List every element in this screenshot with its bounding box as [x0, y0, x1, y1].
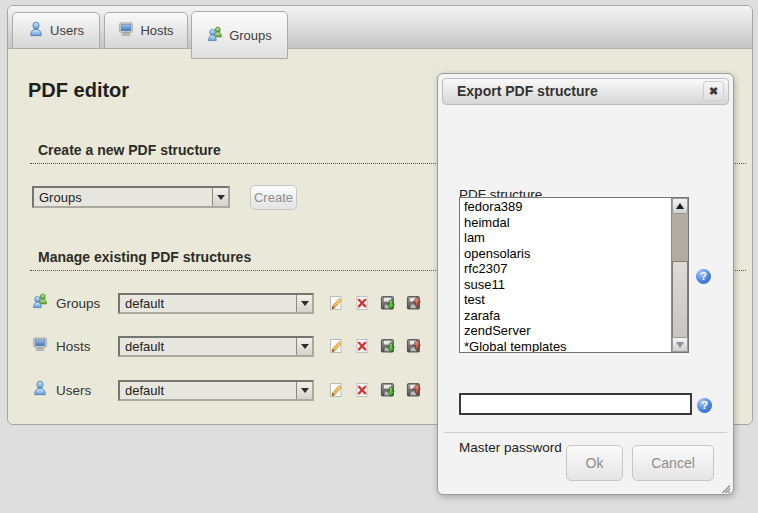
- import-icon[interactable]: [406, 382, 422, 398]
- edit-icon[interactable]: [328, 295, 344, 311]
- new-structure-type-select[interactable]: Groups: [32, 186, 230, 208]
- master-password-input[interactable]: [459, 393, 692, 415]
- dialog-title: Export PDF structure: [457, 79, 598, 104]
- tab-hosts-label: Hosts: [140, 23, 173, 38]
- host-icon: [118, 21, 134, 40]
- close-icon[interactable]: ✖: [703, 81, 724, 101]
- list-item[interactable]: opensolaris: [460, 246, 670, 262]
- tab-groups-label: Groups: [229, 28, 272, 43]
- list-item[interactable]: zendServer: [460, 323, 670, 339]
- scroll-up-icon[interactable]: [672, 198, 688, 214]
- tab-users[interactable]: Users: [12, 12, 100, 49]
- export-icon[interactable]: [380, 382, 396, 398]
- tab-groups[interactable]: Groups: [191, 11, 288, 59]
- new-structure-type-value: Groups: [34, 188, 212, 206]
- list-item[interactable]: suse11: [460, 277, 670, 293]
- list-item[interactable]: test: [460, 292, 670, 308]
- target-server-listbox[interactable]: fedora389 heimdal lam opensolaris rfc230…: [459, 197, 689, 353]
- groups-structure-value: default: [120, 295, 296, 312]
- edit-icon[interactable]: [328, 338, 344, 354]
- user-icon: [32, 380, 48, 400]
- dialog-divider: [444, 432, 727, 433]
- import-icon[interactable]: [406, 338, 422, 354]
- list-item[interactable]: *Global templates: [460, 339, 670, 354]
- export-icon[interactable]: [380, 338, 396, 354]
- tab-users-label: Users: [50, 23, 84, 38]
- listbox-scrollbar[interactable]: [671, 198, 688, 352]
- resize-handle-icon[interactable]: [719, 480, 731, 492]
- profile-list: fedora389 heimdal lam opensolaris rfc230…: [460, 199, 670, 353]
- scroll-down-icon[interactable]: [672, 337, 688, 352]
- chevron-down-icon[interactable]: [296, 382, 312, 399]
- help-icon[interactable]: ?: [696, 269, 711, 284]
- chevron-down-icon[interactable]: [212, 188, 228, 206]
- chevron-down-icon[interactable]: [296, 295, 312, 312]
- tab-hosts[interactable]: Hosts: [104, 12, 188, 49]
- groups-structure-select[interactable]: default: [118, 293, 314, 314]
- user-icon: [28, 21, 44, 40]
- list-item[interactable]: lam: [460, 230, 670, 246]
- delete-icon[interactable]: [354, 295, 370, 311]
- export-pdf-structure-dialog: Export PDF structure ✖ PDF structure def…: [437, 73, 734, 495]
- list-item[interactable]: zarafa: [460, 308, 670, 324]
- scrollbar-thumb[interactable]: [672, 261, 688, 338]
- list-item[interactable]: fedora389: [460, 199, 670, 215]
- import-icon[interactable]: [406, 295, 422, 311]
- master-password-label: Master password: [459, 440, 562, 455]
- ok-button[interactable]: Ok: [566, 445, 623, 481]
- host-icon: [32, 336, 48, 356]
- cancel-button[interactable]: Cancel: [632, 445, 714, 481]
- list-item[interactable]: rfc2307: [460, 261, 670, 277]
- delete-icon[interactable]: [354, 338, 370, 354]
- row-label-hosts: Hosts: [56, 339, 118, 354]
- users-structure-select[interactable]: default: [118, 380, 314, 401]
- create-button[interactable]: Create: [250, 185, 297, 210]
- dialog-titlebar[interactable]: Export PDF structure ✖: [442, 78, 729, 105]
- hosts-structure-value: default: [120, 338, 296, 355]
- hosts-structure-select[interactable]: default: [118, 336, 314, 357]
- manage-row-hosts: Hosts default: [32, 335, 427, 357]
- row-label-groups: Groups: [56, 296, 118, 311]
- export-icon[interactable]: [380, 295, 396, 311]
- delete-icon[interactable]: [354, 382, 370, 398]
- chevron-down-icon[interactable]: [296, 338, 312, 355]
- users-structure-value: default: [120, 382, 296, 399]
- list-item[interactable]: heimdal: [460, 215, 670, 231]
- help-icon[interactable]: ?: [697, 398, 712, 413]
- account-type-tabstrip: Users Hosts Gr: [8, 6, 752, 49]
- manage-row-groups: Groups default: [32, 292, 427, 314]
- row-label-users: Users: [56, 383, 118, 398]
- group-icon: [32, 293, 48, 313]
- manage-row-users: Users default: [32, 379, 427, 401]
- page-title: PDF editor: [28, 79, 129, 102]
- group-icon: [207, 26, 223, 45]
- edit-icon[interactable]: [328, 382, 344, 398]
